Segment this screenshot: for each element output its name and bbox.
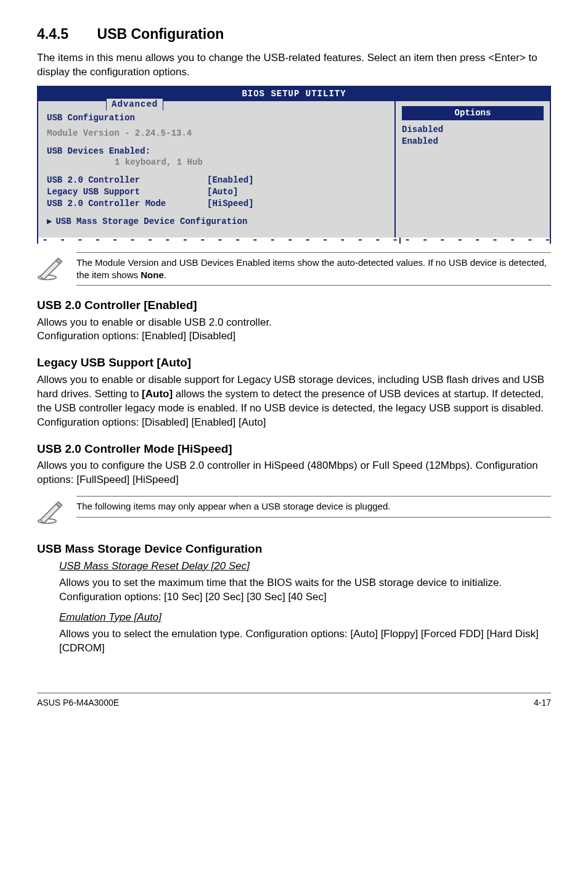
bios-row-label: Legacy USB Support [47, 186, 207, 198]
bios-bottom-dashes: - - - - - - - - - - - - - - - - - - - - … [37, 237, 551, 244]
note-text: The Module Version and USB Devices Enabl… [76, 252, 551, 286]
bios-header-title: BIOS SETUP UTILITY [242, 89, 346, 99]
bios-option-enabled[interactable]: Enabled [402, 136, 544, 147]
sub-item-body: Allows you to select the emulation type.… [59, 627, 551, 656]
note-box-1: The Module Version and USB Devices Enabl… [37, 252, 551, 286]
item-heading-mass-storage: USB Mass Storage Device Configuration [37, 541, 551, 557]
svg-marker-5 [41, 504, 60, 523]
svg-marker-1 [41, 260, 60, 279]
bios-option-disabled[interactable]: Disabled [402, 124, 544, 136]
sub-item-body: Allows you to set the maximum time that … [59, 576, 551, 604]
bios-devices-value: 1 keyboard, 1 Hub [47, 157, 386, 168]
bios-row-label: USB 2.0 Controller [47, 175, 207, 186]
note-box-2: The following items may only appear when… [37, 496, 551, 530]
item-heading-usb20-mode: USB 2.0 Controller Mode [HiSpeed] [37, 441, 551, 457]
footer-right: 4-17 [534, 697, 551, 709]
bios-tab-advanced[interactable]: Advanced [106, 98, 163, 110]
sub-item-heading-reset-delay: USB Mass Storage Reset Delay [20 Sec] [59, 560, 250, 572]
item-heading-usb20-controller: USB 2.0 Controller [Enabled] [37, 297, 551, 313]
footer-left: ASUS P6-M4A3000E [37, 697, 119, 709]
intro-paragraph: The items in this menu allows you to cha… [37, 51, 551, 80]
pencil-icon [37, 252, 67, 286]
item-body: Allows you to enable or disable USB 2.0 … [37, 316, 551, 344]
bios-row-usb20-controller[interactable]: USB 2.0 Controller [Enabled] [47, 175, 386, 186]
bios-right-pane: Options Disabled Enabled [396, 101, 550, 237]
item-body-legacy: Allows you to enable or disable support … [37, 373, 551, 430]
bios-row-value: [Auto] [207, 186, 238, 198]
bios-row-label: USB 2.0 Controller Mode [47, 198, 207, 210]
bios-panel: BIOS SETUP UTILITY Advanced USB Configur… [37, 86, 551, 237]
sub-item-heading-emulation-type: Emulation Type [Auto] [59, 611, 161, 623]
item-body: Allows you to configure the USB 2.0 cont… [37, 459, 551, 487]
pencil-icon [37, 496, 67, 530]
section-number: 4.4.5 [37, 25, 68, 44]
bios-devices-label: USB Devices Enabled: [47, 146, 150, 156]
bios-submenu-mass-storage[interactable]: USB Mass Storage Device Configuration [47, 216, 386, 228]
page-footer: ASUS P6-M4A3000E 4-17 [37, 693, 551, 709]
section-heading: 4.4.5 USB Configuration [37, 25, 551, 44]
section-title: USB Configuration [97, 26, 224, 42]
bios-row-legacy-usb[interactable]: Legacy USB Support [Auto] [47, 186, 386, 198]
bios-module-version: Module Version - 2.24.5-13.4 [47, 128, 386, 139]
bios-header: BIOS SETUP UTILITY Advanced [38, 87, 550, 101]
bios-options-header: Options [402, 106, 544, 120]
note-text: The following items may only appear when… [76, 496, 551, 517]
bios-row-usb20-mode[interactable]: USB 2.0 Controller Mode [HiSpeed] [47, 198, 386, 210]
bios-row-value: [Enabled] [207, 175, 254, 186]
bios-row-value: [HiSpeed] [207, 198, 254, 210]
item-heading-legacy-usb: Legacy USB Support [Auto] [37, 355, 551, 371]
bios-panel-title: USB Configuration [47, 112, 386, 124]
bios-left-pane: USB Configuration Module Version - 2.24.… [38, 101, 396, 237]
